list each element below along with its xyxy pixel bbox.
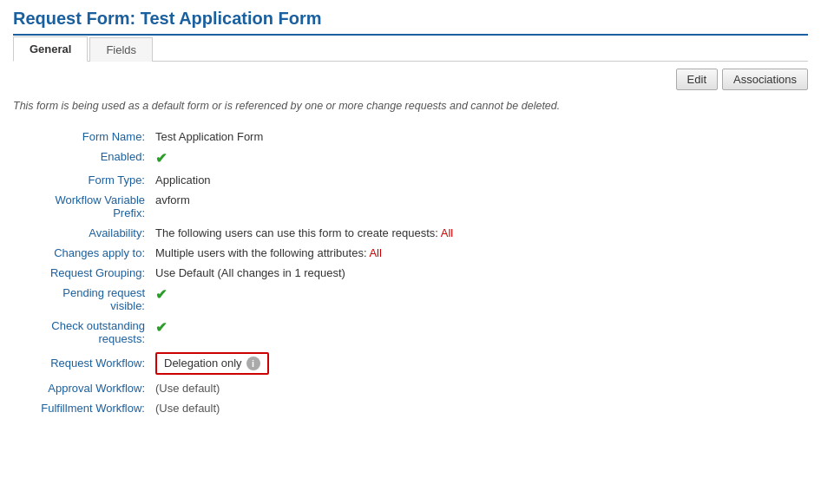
value-changes-apply-to: Multiple users with the following attrib… xyxy=(152,243,808,263)
value-form-name: Test Application Form xyxy=(152,127,808,147)
label-check-outstanding: Check outstandingrequests: xyxy=(13,316,152,349)
info-icon[interactable]: i xyxy=(246,357,260,370)
label-approval-workflow: Approval Workflow: xyxy=(13,378,152,398)
form-fields: Form Name: Test Application Form Enabled… xyxy=(13,127,808,418)
value-fulfillment-workflow: (Use default) xyxy=(152,398,808,418)
field-row-request-grouping: Request Grouping: Use Default (All chang… xyxy=(13,263,808,283)
toolbar: Edit Associations xyxy=(13,69,808,90)
checkmark-enabled: ✔ xyxy=(155,151,167,166)
checkmark-pending-request: ✔ xyxy=(155,287,167,302)
field-row-availability: Availability: The following users can us… xyxy=(13,223,808,243)
info-text: This form is being used as a default for… xyxy=(13,99,808,115)
field-row-fulfillment-workflow: Fulfillment Workflow: (Use default) xyxy=(13,398,808,418)
label-enabled: Enabled: xyxy=(13,147,152,170)
label-fulfillment-workflow: Fulfillment Workflow: xyxy=(13,398,152,418)
value-request-workflow: Delegation only i xyxy=(152,349,808,378)
field-row-changes-apply-to: Changes apply to: Multiple users with th… xyxy=(13,243,808,263)
label-request-grouping: Request Grouping: xyxy=(13,263,152,283)
value-availability: The following users can use this form to… xyxy=(152,223,808,243)
changes-apply-all: All xyxy=(369,246,381,259)
field-row-workflow-variable-prefix: Workflow VariablePrefix: avform xyxy=(13,190,808,223)
changes-apply-text: Multiple users with the following attrib… xyxy=(155,246,369,259)
label-availability: Availability: xyxy=(13,223,152,243)
value-request-grouping: Use Default (All changes in 1 request) xyxy=(152,263,808,283)
label-form-name: Form Name: xyxy=(13,127,152,147)
tab-fields[interactable]: Fields xyxy=(89,37,153,62)
value-check-outstanding: ✔ xyxy=(152,316,808,349)
field-row-approval-workflow: Approval Workflow: (Use default) xyxy=(13,378,808,398)
label-pending-request-visible: Pending requestvisible: xyxy=(13,283,152,316)
value-approval-workflow: (Use default) xyxy=(152,378,808,398)
field-row-form-type: Form Type: Application xyxy=(13,170,808,190)
value-form-type: Application xyxy=(152,170,808,190)
label-changes-apply-to: Changes apply to: xyxy=(13,243,152,263)
value-pending-request-visible: ✔ xyxy=(152,283,808,316)
field-row-request-workflow: Request Workflow: Delegation only i xyxy=(13,349,808,378)
tabs-row: General Fields xyxy=(13,36,808,62)
value-workflow-variable-prefix: avform xyxy=(152,190,808,223)
availability-text: The following users can use this form to… xyxy=(155,226,441,239)
associations-button[interactable]: Associations xyxy=(722,69,808,90)
field-row-enabled: Enabled: ✔ xyxy=(13,147,808,170)
page-title: Request Form: Test Application Form xyxy=(13,9,808,36)
page-container: Request Form: Test Application Form Gene… xyxy=(0,0,821,504)
field-row-pending-request-visible: Pending requestvisible: ✔ xyxy=(13,283,808,316)
tab-general[interactable]: General xyxy=(13,36,88,62)
checkmark-outstanding: ✔ xyxy=(155,320,167,335)
label-request-workflow: Request Workflow: xyxy=(13,349,152,378)
value-enabled: ✔ xyxy=(152,147,808,170)
field-row-form-name: Form Name: Test Application Form xyxy=(13,127,808,147)
edit-button[interactable]: Edit xyxy=(676,69,718,90)
availability-all: All xyxy=(441,226,453,239)
label-workflow-variable-prefix: Workflow VariablePrefix: xyxy=(13,190,152,223)
workflow-highlight-box: Delegation only i xyxy=(155,352,269,375)
label-form-type: Form Type: xyxy=(13,170,152,190)
workflow-delegation-text: Delegation only xyxy=(164,357,242,370)
field-row-check-outstanding: Check outstandingrequests: ✔ xyxy=(13,316,808,349)
